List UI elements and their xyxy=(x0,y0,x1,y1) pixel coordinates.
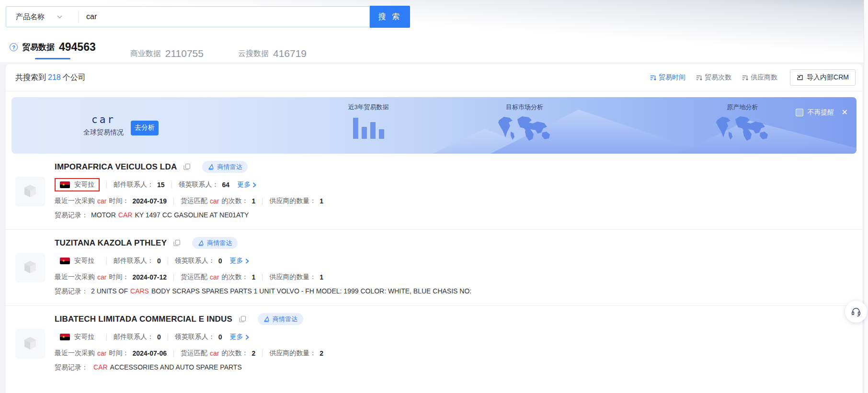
match-count: 1 xyxy=(252,197,256,205)
close-icon[interactable]: ✕ xyxy=(842,108,848,117)
last-purchase-date: 2024-07-06 xyxy=(132,349,167,357)
company-card: IMPORAFRICA VEICULOS LDA 商情雷达 ✶ 安哥拉 邮件联系… xyxy=(6,154,862,230)
email-contact-count: 15 xyxy=(157,181,165,189)
radar-badge[interactable]: 商情雷达 xyxy=(258,313,303,325)
linkedin-contact-count: 0 xyxy=(218,257,222,265)
data-source-tabs: ? 贸易数据 494563 商业数据 2110755 云搜数据 416719 xyxy=(10,41,868,59)
chevron-right-icon xyxy=(245,335,249,340)
supplier-count: 1 xyxy=(320,273,323,281)
radar-badge[interactable]: 商情雷达 xyxy=(192,237,238,249)
match-count: 1 xyxy=(252,273,256,281)
headset-icon xyxy=(851,306,861,317)
sort-icon xyxy=(650,75,656,81)
angola-flag-icon: ✶ xyxy=(60,258,70,264)
chevron-right-icon xyxy=(252,182,256,188)
trade-record: 贸易记录：2 UNITS OFCARSBODY SCRAPS SPARES PA… xyxy=(55,287,853,296)
cube-placeholder-icon xyxy=(22,336,38,352)
linkedin-contact-count: 0 xyxy=(218,333,222,341)
search-category-select[interactable]: 产品名称 xyxy=(6,12,78,22)
help-icon[interactable]: ? xyxy=(10,43,18,51)
country-name: 安哥拉 xyxy=(74,333,94,341)
analyze-button[interactable]: 去分析 xyxy=(131,121,159,135)
sort-trade-count[interactable]: 贸易次数 xyxy=(696,73,731,82)
tab-cloud-search-data[interactable]: 云搜数据 416719 xyxy=(238,48,307,59)
radar-badge[interactable]: 商情雷达 xyxy=(202,161,248,173)
tab-business-data[interactable]: 商业数据 2110755 xyxy=(130,48,204,59)
radar-icon xyxy=(263,316,270,322)
banner-origin-label: 原产地分析 xyxy=(707,103,778,112)
company-card: TUZITANA KAZOLA PTHLEY 商情雷达 ✶ 安哥拉 邮件联系人：… xyxy=(6,230,862,306)
country-name: 安哥拉 xyxy=(74,257,94,265)
banner-market-label: 目标市场分析 xyxy=(489,103,560,112)
sort-icon xyxy=(742,75,748,81)
banner-chart-label: 近3年贸易数据 xyxy=(337,103,400,112)
country-group: ✶ 安哥拉 xyxy=(55,254,100,268)
sort-icon xyxy=(696,75,702,81)
country-group: ✶ 安哥拉 xyxy=(55,330,100,344)
copy-icon[interactable] xyxy=(239,315,246,323)
company-name[interactable]: LIBATECH LIMITADA COMMERCIAL E INDUS xyxy=(55,314,232,324)
sort-supplier-count[interactable]: 供应商数 xyxy=(742,73,777,82)
search-button[interactable]: 搜 索 xyxy=(370,6,410,28)
banner-keyword: car xyxy=(83,114,124,125)
import-icon xyxy=(797,74,803,81)
email-contact-count: 0 xyxy=(157,333,161,341)
cube-placeholder-icon xyxy=(22,259,38,276)
results-card: 共搜索到218个公司 贸易时间 贸易次数 供应商数 导入内部CRM xyxy=(6,64,862,393)
chevron-right-icon xyxy=(245,258,249,264)
dismiss-label: 不再提醒 xyxy=(808,108,834,117)
company-thumbnail xyxy=(15,253,45,282)
copy-icon[interactable] xyxy=(173,239,181,247)
match-count: 2 xyxy=(252,349,256,357)
angola-flag-icon: ✶ xyxy=(60,334,70,340)
sort-trade-time[interactable]: 贸易时间 xyxy=(650,73,685,82)
last-purchase-date: 2024-07-12 xyxy=(132,273,167,281)
more-link[interactable]: 更多 xyxy=(230,333,249,341)
import-crm-button[interactable]: 导入内部CRM xyxy=(790,69,856,86)
top-search-area: 产品名称 搜 索 ? 贸易数据 494563 商业数据 2110755 xyxy=(0,0,868,62)
results-count-text: 共搜索到218个公司 xyxy=(15,73,86,83)
banner-subtitle: 全球贸易情况 xyxy=(83,128,124,137)
supplier-count: 1 xyxy=(320,197,323,205)
trade-record: 贸易记录：MOTORCARKY 1497 CC GASOLINE AT NE01… xyxy=(55,211,853,220)
mini-bar-chart xyxy=(337,116,400,139)
angola-flag-icon: ✶ xyxy=(60,181,70,188)
more-link[interactable]: 更多 xyxy=(237,180,256,189)
country-highlight-box: ✶ 安哥拉 xyxy=(55,178,100,191)
search-category-value: 产品名称 xyxy=(16,12,45,22)
copy-icon[interactable] xyxy=(183,163,191,170)
company-card: LIBATECH LIMITADA COMMERCIAL E INDUS 商情雷… xyxy=(6,306,862,382)
email-contact-count: 0 xyxy=(157,257,161,265)
search-input[interactable] xyxy=(79,12,369,21)
analysis-promo-banner: car 全球贸易情况 去分析 近3年贸易数据 目标市场分析 原产地分 xyxy=(11,97,857,154)
country-name: 安哥拉 xyxy=(74,180,94,189)
company-name[interactable]: IMPORAFRICA VEICULOS LDA xyxy=(55,162,177,172)
linkedin-contact-count: 64 xyxy=(222,181,230,189)
more-link[interactable]: 更多 xyxy=(230,257,249,265)
supplier-count: 2 xyxy=(320,349,323,357)
world-map-graphic xyxy=(496,114,553,143)
company-name[interactable]: TUZITANA KAZOLA PTHLEY xyxy=(55,238,167,248)
tab-trade-data[interactable]: ? 贸易数据 494563 xyxy=(10,41,96,59)
customer-service-button[interactable] xyxy=(845,301,867,323)
radar-icon xyxy=(198,240,204,246)
search-box: 产品名称 xyxy=(6,6,370,27)
company-thumbnail xyxy=(15,177,45,206)
last-purchase-date: 2024-07-19 xyxy=(132,197,167,205)
trade-record: 贸易记录：CARACCESSORIES AND AUTO SPARE PARTS xyxy=(55,363,853,372)
dismiss-checkbox[interactable] xyxy=(796,109,803,116)
active-tab-underline xyxy=(35,58,70,59)
scrollbar[interactable] xyxy=(864,0,868,393)
world-map-graphic xyxy=(714,114,771,143)
radar-icon xyxy=(208,164,214,170)
company-thumbnail xyxy=(15,329,45,359)
chevron-down-icon xyxy=(57,15,62,19)
cube-placeholder-icon xyxy=(22,183,38,200)
